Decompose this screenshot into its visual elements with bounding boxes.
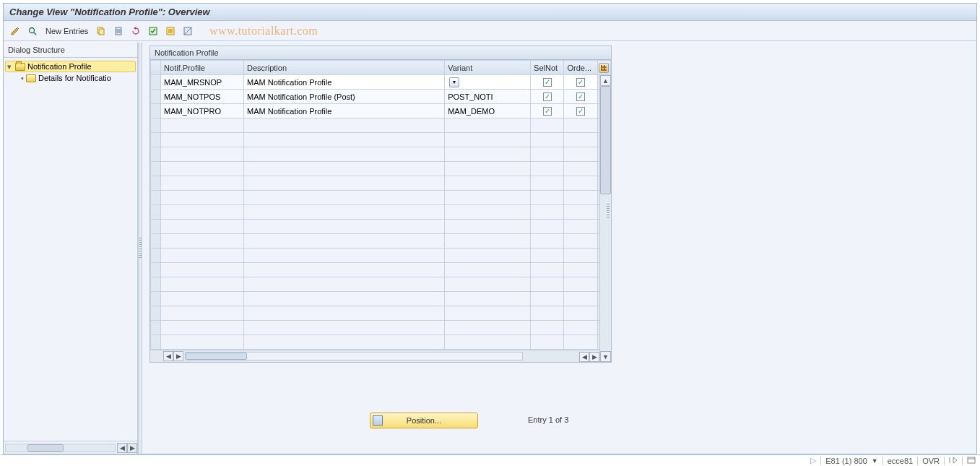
- table-row[interactable]: MAM_NOTPOSMAM Notification Profile (Post…: [151, 90, 611, 104]
- cell-orde[interactable]: ✓: [564, 104, 597, 118]
- scroll-right-icon[interactable]: ▶: [589, 352, 599, 362]
- cell-variant[interactable]: ▾: [445, 75, 531, 90]
- svg-rect-10: [168, 29, 173, 33]
- table-row-empty[interactable]: [151, 321, 611, 335]
- toolbar: New Entries www.tutorialkart.com: [4, 21, 976, 41]
- dropdown-icon[interactable]: ▼: [872, 457, 878, 465]
- table-row-empty[interactable]: [151, 263, 611, 277]
- table-horizontal-scrollbar[interactable]: ◀ ▶ ◀ ▶: [150, 350, 611, 362]
- scroll-down-icon[interactable]: ▼: [600, 351, 611, 362]
- tree-node-details-for-notification[interactable]: • Details for Notificatio: [5, 72, 136, 84]
- scroll-up-icon[interactable]: ▲: [600, 75, 611, 86]
- row-selector[interactable]: [151, 104, 161, 118]
- row-selector-header[interactable]: [151, 61, 161, 75]
- table-row-empty[interactable]: [151, 191, 611, 205]
- svg-rect-3: [99, 29, 104, 35]
- copy-as-icon[interactable]: [94, 24, 108, 38]
- row-selector[interactable]: [151, 90, 161, 104]
- cell-orde[interactable]: ✓: [564, 90, 597, 104]
- select-block-icon[interactable]: [163, 24, 178, 38]
- svg-rect-14: [968, 457, 975, 463]
- table-row-empty[interactable]: [151, 335, 611, 350]
- table-row-empty[interactable]: [151, 205, 611, 220]
- table-notification-profile: Notif.Profile Description Variant SelNot…: [150, 60, 611, 362]
- cell-orde[interactable]: ✓: [564, 75, 597, 90]
- toggle-display-change-icon[interactable]: [8, 24, 22, 38]
- status-window-icon[interactable]: [967, 457, 976, 465]
- cell-notif-profile[interactable]: MAM_NOTPOS: [161, 90, 244, 104]
- tree: ▾ Notification Profile • Details for Not…: [4, 58, 137, 441]
- delete-icon[interactable]: [111, 24, 126, 38]
- status-mode: OVR: [922, 457, 940, 465]
- table-row-empty[interactable]: [151, 306, 611, 321]
- undo-change-icon[interactable]: [129, 24, 143, 38]
- sidebar-title: Dialog Structure: [4, 43, 137, 58]
- col-orde[interactable]: Orde...: [564, 61, 597, 75]
- position-button[interactable]: Position...: [370, 413, 478, 428]
- checkbox[interactable]: ✓: [576, 107, 585, 116]
- status-expand-icon[interactable]: ▷: [810, 456, 816, 465]
- checkbox[interactable]: ✓: [543, 78, 552, 87]
- scroll-right-icon[interactable]: ▶: [127, 443, 137, 453]
- col-selnot[interactable]: SelNot: [531, 61, 564, 75]
- col-variant[interactable]: Variant: [445, 61, 531, 75]
- entry-counter: Entry 1 of 3: [528, 415, 568, 424]
- tree-node-notification-profile[interactable]: ▾ Notification Profile: [5, 61, 136, 72]
- table-row-empty[interactable]: [151, 133, 611, 147]
- status-bar: ▷ E81 (1) 800 ▼ ecce81 OVR: [0, 454, 980, 466]
- table-row-empty[interactable]: [151, 147, 611, 162]
- table-row-empty[interactable]: [151, 292, 611, 306]
- dialog-structure-panel: Dialog Structure ▾ Notification Profile …: [4, 43, 138, 454]
- checkbox[interactable]: ✓: [576, 78, 585, 87]
- cell-selnot[interactable]: ✓: [531, 75, 564, 90]
- resize-handle-icon[interactable]: [607, 204, 610, 218]
- group-title: Notification Profile: [150, 46, 611, 60]
- tree-collapse-icon[interactable]: ▾: [6, 62, 13, 72]
- table-vertical-scrollbar[interactable]: ▲ ▼: [599, 75, 611, 362]
- col-notif-profile[interactable]: Notif.Profile: [161, 61, 244, 75]
- sidebar-scrollbar[interactable]: ◀ ▶: [4, 441, 137, 454]
- table-row-empty[interactable]: [151, 162, 611, 176]
- tree-label: Notification Profile: [27, 62, 92, 71]
- table-row[interactable]: MAM_MRSNOPMAM Notification Profile▾✓✓: [151, 75, 611, 90]
- table-row-empty[interactable]: [151, 277, 611, 292]
- status-system[interactable]: E81 (1) 800: [825, 457, 867, 465]
- table-row-empty[interactable]: [151, 220, 611, 234]
- table-row-empty[interactable]: [151, 234, 611, 249]
- cell-selnot[interactable]: ✓: [531, 90, 564, 104]
- cell-notif-profile[interactable]: MAM_NOTPRO: [161, 104, 244, 118]
- table-row-empty[interactable]: [151, 249, 611, 263]
- new-entries-button[interactable]: New Entries: [43, 27, 91, 35]
- table-row-empty[interactable]: [151, 118, 611, 133]
- find-icon[interactable]: [25, 24, 40, 38]
- watermark-text: www.tutorialkart.com: [209, 25, 318, 38]
- cell-description[interactable]: MAM Notification Profile (Post): [244, 90, 445, 104]
- select-all-icon[interactable]: [146, 24, 160, 38]
- table-configure-header[interactable]: [597, 61, 610, 75]
- scroll-left-icon[interactable]: ◀: [579, 352, 589, 362]
- table-row[interactable]: MAM_NOTPROMAM Notification ProfileMAM_DE…: [151, 104, 611, 118]
- status-server: ecce81: [888, 457, 913, 465]
- tree-label: Details for Notificatio: [38, 74, 111, 82]
- checkbox[interactable]: ✓: [543, 107, 552, 116]
- cell-variant[interactable]: POST_NOTI: [445, 90, 531, 104]
- scroll-left-icon[interactable]: ◀: [163, 351, 173, 361]
- folder-closed-icon: [26, 74, 36, 82]
- scroll-left-icon[interactable]: ◀: [117, 443, 127, 453]
- row-selector[interactable]: [151, 75, 161, 90]
- scroll-right-icon[interactable]: ▶: [173, 351, 183, 361]
- status-layout-icon[interactable]: [949, 457, 958, 465]
- cell-description[interactable]: MAM Notification Profile: [244, 104, 445, 118]
- cell-description[interactable]: MAM Notification Profile: [244, 75, 445, 90]
- value-help-icon[interactable]: ▾: [449, 77, 459, 87]
- cell-selnot[interactable]: ✓: [531, 104, 564, 118]
- svg-point-0: [30, 27, 35, 33]
- table-row-empty[interactable]: [151, 176, 611, 191]
- checkbox[interactable]: ✓: [576, 92, 585, 101]
- deselect-all-icon[interactable]: [181, 24, 195, 38]
- table-configure-icon[interactable]: [599, 63, 609, 73]
- cell-notif-profile[interactable]: MAM_MRSNOP: [161, 75, 244, 90]
- cell-variant[interactable]: MAM_DEMO: [445, 104, 531, 118]
- col-description[interactable]: Description: [244, 61, 445, 75]
- checkbox[interactable]: ✓: [543, 92, 552, 101]
